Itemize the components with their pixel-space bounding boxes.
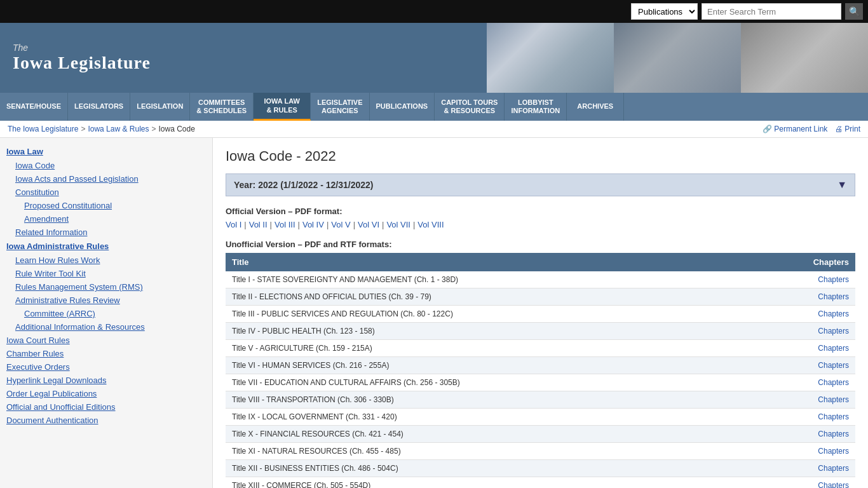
sidebar-amendment[interactable]: Amendment <box>5 212 207 226</box>
chapters-link[interactable]: Chapters <box>818 309 849 318</box>
search-button[interactable]: 🔍 <box>845 3 863 20</box>
search-input[interactable] <box>702 3 841 20</box>
table-row: Title VIII - TRANSPORTATION (Ch. 306 - 3… <box>226 391 855 409</box>
publications-dropdown[interactable]: Publications <box>631 3 698 20</box>
vol-link-7[interactable]: Vol VII <box>386 220 410 229</box>
chapters-cell: Chapters <box>792 391 855 409</box>
title-cell: Title XIII - COMMERCE (Ch. 505 - 554D) <box>226 477 792 489</box>
sidebar-related-info[interactable]: Related Information <box>5 226 207 239</box>
vol-sep-1: | <box>241 220 248 229</box>
breadcrumb-iowa-law-rules[interactable]: Iowa Law & Rules <box>88 125 149 133</box>
chapters-cell: Chapters <box>792 323 855 340</box>
vol-sep-7: | <box>410 220 417 229</box>
nav-publications[interactable]: PUBLICATIONS <box>370 93 435 121</box>
title-cell: Title I - STATE SOVEREIGNTY AND MANAGEME… <box>226 271 792 288</box>
sidebar-learn-how[interactable]: Learn How Rules Work <box>5 254 207 267</box>
content-area: Iowa Code - 2022 Year: 2022 (1/1/2022 - … <box>213 138 868 488</box>
breadcrumb: The Iowa Legislature > Iowa Law & Rules … <box>0 121 868 138</box>
nav-legislative-agencies[interactable]: LEGISLATIVEAGENCIES <box>311 93 369 121</box>
table-header-title: Title <box>226 253 792 271</box>
sidebar-iowa-code[interactable]: Iowa Code <box>5 159 207 172</box>
breadcrumb-sep-1: > <box>81 125 85 133</box>
sidebar-iowa-law[interactable]: Iowa Law <box>5 144 207 159</box>
chapters-link[interactable]: Chapters <box>818 395 849 404</box>
sidebar-admin-rules-review[interactable]: Administrative Rules Review <box>5 294 207 307</box>
year-selector[interactable]: Year: 2022 (1/1/2022 - 12/31/2022) ▼ <box>226 173 855 196</box>
vol-sep-2: | <box>268 220 275 229</box>
title-cell: Title IX - LOCAL GOVERNMENT (Ch. 331 - 4… <box>226 409 792 426</box>
sidebar-order-legal[interactable]: Order Legal Publications <box>5 387 207 400</box>
chapters-link[interactable]: Chapters <box>818 481 849 488</box>
sidebar-iowa-court-rules[interactable]: Iowa Court Rules <box>5 334 207 347</box>
header-the: The <box>13 43 151 53</box>
titles-table: Title Chapters Title I - STATE SOVEREIGN… <box>226 253 855 488</box>
sidebar: Iowa Law Iowa Code Iowa Acts and Passed … <box>0 138 213 488</box>
vol-link-1[interactable]: Vol I <box>226 220 241 229</box>
vol-link-3[interactable]: Vol III <box>275 220 295 229</box>
title-cell: Title VIII - TRANSPORTATION (Ch. 306 - 3… <box>226 391 792 409</box>
table-row: Title IV - PUBLIC HEALTH (Ch. 123 - 158)… <box>226 323 855 340</box>
sidebar-additional-info[interactable]: Additional Information & Resources <box>5 320 207 334</box>
table-row: Title V - AGRICULTURE (Ch. 159 - 215A) C… <box>226 340 855 357</box>
sidebar-doc-auth[interactable]: Document Authentication <box>5 414 207 427</box>
sidebar-chamber-rules[interactable]: Chamber Rules <box>5 347 207 360</box>
breadcrumb-iowa-code: Iowa Code <box>158 125 194 133</box>
header-images <box>487 23 868 93</box>
chapters-cell: Chapters <box>792 340 855 357</box>
chapters-cell: Chapters <box>792 460 855 477</box>
sidebar-hyperlink-legal[interactable]: Hyperlink Legal Downloads <box>5 374 207 387</box>
vol-sep-3: | <box>295 220 302 229</box>
chapters-cell: Chapters <box>792 271 855 288</box>
chapters-link[interactable]: Chapters <box>818 412 849 421</box>
nav-iowa-law[interactable]: IOWA LAW& RULES <box>254 93 311 121</box>
chapters-link[interactable]: Chapters <box>818 344 849 353</box>
table-row: Title XIII - COMMERCE (Ch. 505 - 554D) C… <box>226 477 855 489</box>
sidebar-iowa-admin-rules[interactable]: Iowa Administrative Rules <box>5 239 207 254</box>
chapters-link[interactable]: Chapters <box>818 361 849 370</box>
vol-link-5[interactable]: Vol V <box>331 220 350 229</box>
chapters-link[interactable]: Chapters <box>818 327 849 336</box>
chapters-link[interactable]: Chapters <box>818 464 849 473</box>
nav-legislation[interactable]: LEGISLATION <box>130 93 190 121</box>
sidebar-executive-orders[interactable]: Executive Orders <box>5 360 207 374</box>
title-cell: Title V - AGRICULTURE (Ch. 159 - 215A) <box>226 340 792 357</box>
page-title: Iowa Code - 2022 <box>226 148 855 165</box>
nav-capitol-tours[interactable]: CAPITOL TOURS& RESOURCES <box>435 93 505 121</box>
sidebar-committee-arrc[interactable]: Committee (ARRC) <box>5 307 207 320</box>
chapters-link[interactable]: Chapters <box>818 430 849 438</box>
sidebar-official-unofficial[interactable]: Official and Unofficial Editions <box>5 400 207 414</box>
header-logo: The Iowa Legislature <box>0 36 163 79</box>
vol-link-2[interactable]: Vol II <box>249 220 268 229</box>
table-row: Title I - STATE SOVEREIGNTY AND MANAGEME… <box>226 271 855 288</box>
sidebar-proposed-constitutional[interactable]: Proposed Constitutional <box>5 199 207 212</box>
nav-lobbyist[interactable]: LOBBYISTINFORMATION <box>505 93 567 121</box>
year-dropdown-arrow[interactable]: ▼ <box>837 179 847 191</box>
sidebar-constitution[interactable]: Constitution <box>5 186 207 199</box>
chapters-link[interactable]: Chapters <box>818 378 849 387</box>
nav-senate-house[interactable]: SENATE/HOUSE <box>0 93 68 121</box>
nav-committees[interactable]: COMMITTEES& SCHEDULES <box>190 93 254 121</box>
unofficial-version-label: Unofficial Version – PDF and RTF formats… <box>226 240 855 249</box>
table-header-chapters: Chapters <box>792 253 855 271</box>
link-icon: 🔗 <box>763 125 772 133</box>
chapters-link[interactable]: Chapters <box>818 447 849 456</box>
sidebar-rules-mgmt[interactable]: Rules Management System (RMS) <box>5 280 207 294</box>
vol-link-4[interactable]: Vol IV <box>302 220 324 229</box>
vol-link-6[interactable]: Vol VI <box>358 220 379 229</box>
vol-sep-4: | <box>324 220 331 229</box>
chapters-link[interactable]: Chapters <box>818 292 849 301</box>
title-cell: Title II - ELECTIONS AND OFFICIAL DUTIES… <box>226 288 792 306</box>
permanent-link[interactable]: 🔗 Permanent Link <box>763 125 827 133</box>
nav-legislators[interactable]: LEGISLATORS <box>68 93 130 121</box>
vol-link-8[interactable]: Vol VIII <box>417 220 444 229</box>
sidebar-rule-writer[interactable]: Rule Writer Tool Kit <box>5 267 207 280</box>
table-row: Title III - PUBLIC SERVICES AND REGULATI… <box>226 306 855 323</box>
breadcrumb-iowa-legislature[interactable]: The Iowa Legislature <box>8 125 78 133</box>
nav-archives[interactable]: ARCHIVES <box>567 93 624 121</box>
print-link[interactable]: 🖨 Print <box>835 125 860 133</box>
table-row: Title VI - HUMAN SERVICES (Ch. 216 - 255… <box>226 357 855 374</box>
sidebar-iowa-acts[interactable]: Iowa Acts and Passed Legislation <box>5 172 207 186</box>
chapters-cell: Chapters <box>792 374 855 391</box>
chapters-link[interactable]: Chapters <box>818 275 849 284</box>
chapters-cell: Chapters <box>792 357 855 374</box>
